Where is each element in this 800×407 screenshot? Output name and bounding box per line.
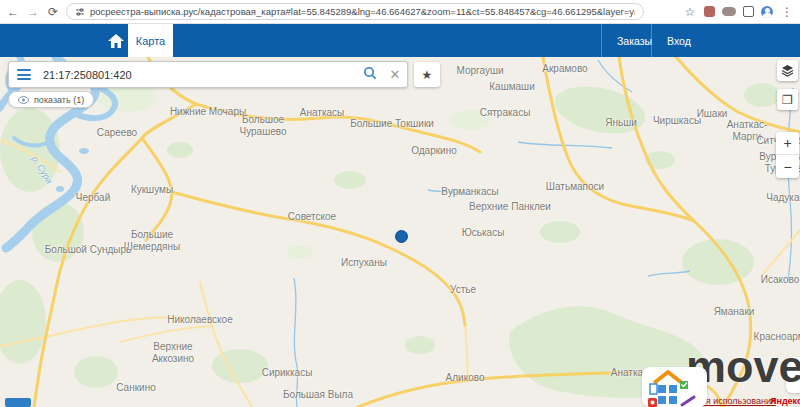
map-label: Нижние Мочары [170,106,246,118]
map-label: Моргауши [456,65,503,77]
map-label: Акрамово [542,63,587,75]
map-label: Аликово [446,372,485,384]
home-icon [108,34,124,48]
map-label: Верхние Панклеи [469,201,551,213]
search-button[interactable] [357,66,383,84]
search-bar: ✕ [8,61,408,88]
extension2-icon[interactable] [722,7,736,16]
map-label: Кукшумы [131,184,173,196]
water-fragment [5,398,31,407]
map-label: Большое Чурашево [239,114,286,137]
layers-icon [781,64,794,77]
map-label: Анаткасы [300,107,344,119]
profile-avatar-icon[interactable] [761,6,773,18]
site-info-icon[interactable] [75,7,85,17]
map-label: Юськасы [462,227,505,239]
map-label: Сареево [97,127,137,139]
map-label: Чиршкасы [653,115,701,127]
forward-icon[interactable]: → [26,6,40,18]
map-label: Исаково [761,274,800,286]
map-label: Яньши [605,117,637,129]
show-results-label: показать (1) [34,95,84,105]
layers-button[interactable] [777,60,798,81]
yandex-logo[interactable]: Яндекс [770,396,800,406]
map-label: Советское [288,211,336,223]
url-text: росреестра-выписка.рус/кадастровая_карта… [90,6,635,17]
orders-button[interactable]: Заказы [601,24,651,57]
chrome-menu-icon[interactable]: ⋮ [780,6,794,18]
map-label: Большая Выла [283,389,353,401]
app-header: Карта Заказы Вход [0,24,800,57]
star-icon: ★ [422,68,433,82]
chrome-actions: ☆ ⋮ [683,6,794,18]
profile-frame-icon[interactable] [743,6,754,17]
page: МоргаушиАкрамовоКашмашиСятракасыНижние М… [0,0,800,407]
map-label: Большие Токшики [350,118,434,130]
map-label: Шатьмапоси [546,181,604,193]
zoom-control: + − [776,132,799,178]
search-input[interactable] [39,69,357,81]
map-label: Николаевское [167,314,232,326]
tab-karta[interactable]: Карта [128,24,173,57]
map-label: Вурманкасы [441,186,498,198]
map-label: Сятракасы [480,107,531,119]
zoom-out-button[interactable]: − [776,155,799,178]
map-label: Одаркино [411,145,457,157]
map-label: Большие Шемердяны [124,229,180,252]
menu-burger-icon[interactable] [9,69,39,80]
login-label: Вход [667,35,691,47]
moveru-logo-card [642,367,707,407]
extension-icon[interactable] [704,6,715,17]
address-bar[interactable]: росреестра-выписка.рус/кадастровая_карта… [66,3,644,20]
map-label: Большой Сундырь [45,244,131,256]
zoom-in-button[interactable]: + [776,132,799,155]
clear-search-icon[interactable]: ✕ [383,67,407,82]
show-results-button[interactable]: показать (1) [8,91,94,108]
moveru-house-icon [642,367,707,407]
bookmark-star-icon[interactable]: ☆ [683,6,697,18]
map-label: Устье [450,284,476,296]
map-label: Чербай [76,192,110,204]
frame-icon: ❐ [782,93,793,107]
map-label: Яманаки [714,306,755,318]
map-label: Сириккасы [262,367,313,379]
cadastral-marker[interactable] [395,230,408,243]
back-icon[interactable]: ← [6,6,20,18]
login-button[interactable]: Вход [651,24,699,57]
home-button[interactable] [104,24,128,57]
map-label: Испуханы [341,257,387,269]
search-icon [363,66,377,80]
map-label: Чадукасы [766,192,800,204]
reload-icon[interactable]: ⟳ [46,6,60,18]
orders-label: Заказы [617,35,652,47]
browser-toolbar: ← → ⟳ росреестра-выписка.рус/кадастровая… [0,0,800,24]
map-label: Верхние Аккозино [152,341,194,364]
eye-icon [18,96,29,104]
favorites-button[interactable]: ★ [414,62,440,87]
map-label: Кашмаши [489,81,534,93]
map-label: Санкино [116,382,155,394]
fullscreen-button[interactable]: ❐ [777,89,798,110]
